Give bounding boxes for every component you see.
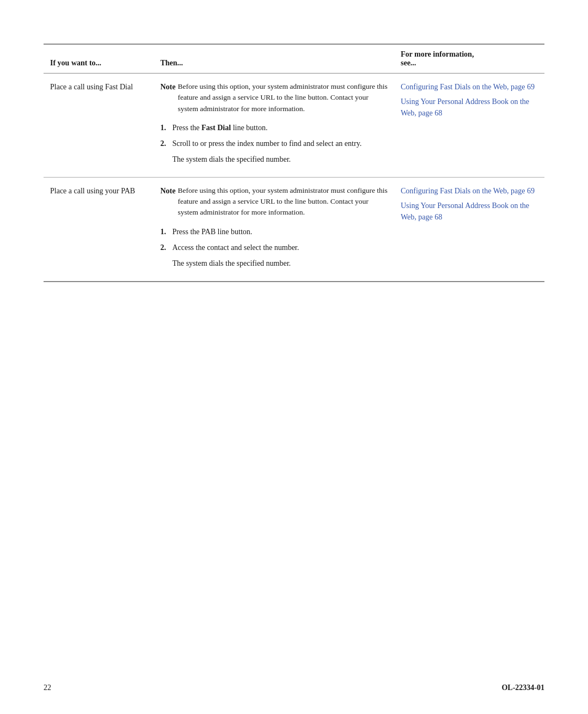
row1-step1-num: 1.	[160, 122, 172, 133]
row2-step2-text: Access the contact and select the number…	[172, 242, 388, 253]
row2-note-label: Note	[160, 185, 175, 197]
table-header-row: If you want to... Then... For more infor…	[44, 44, 544, 74]
row1-note-text: Before using this option, your system ad…	[177, 81, 388, 114]
row1-col2: Note Before using this option, your syst…	[154, 74, 394, 178]
row2-step1-num: 1.	[160, 226, 172, 237]
row2-note-text: Before using this option, your system ad…	[177, 185, 388, 218]
row1-step1-text: Press the Fast Dial line button.	[172, 122, 388, 133]
row2-step1: 1. Press the PAB line button.	[160, 226, 388, 237]
header-more-line2: see...	[401, 59, 416, 67]
row1-step1: 1. Press the Fast Dial line button.	[160, 122, 388, 133]
row2-link1[interactable]: Configuring Fast Dials on the Web, page …	[401, 185, 538, 197]
row2-step2-num: 2.	[160, 242, 172, 253]
row2-link2[interactable]: Using Your Personal Address Book on the …	[401, 200, 538, 223]
row1-step2-num: 2.	[160, 138, 172, 149]
row1-link2[interactable]: Using Your Personal Address Book on the …	[401, 96, 538, 119]
row1-note-block: Note Before using this option, your syst…	[160, 81, 388, 114]
table-row: Place a call using your PAB Note Before …	[44, 177, 544, 281]
row2-col2: Note Before using this option, your syst…	[154, 177, 394, 281]
row1-note-label: Note	[160, 81, 175, 93]
row2-step2: 2. Access the contact and select the num…	[160, 242, 388, 253]
row2-link2-anchor[interactable]: Using Your Personal Address Book on the …	[401, 202, 529, 221]
row1-link1[interactable]: Configuring Fast Dials on the Web, page …	[401, 81, 538, 93]
header-then: Then...	[154, 44, 394, 74]
row1-link2-anchor[interactable]: Using Your Personal Address Book on the …	[401, 97, 529, 117]
row1-steps: 1. Press the Fast Dial line button. 2. S…	[160, 122, 388, 149]
header-if-you-want-to: If you want to...	[44, 44, 154, 74]
header-for-more-info: For more information, see...	[394, 44, 544, 74]
row1-col1: Place a call using Fast Dial	[44, 74, 154, 178]
footer-page-number: 22	[44, 684, 51, 692]
row1-sub-note: The system dials the specified number.	[172, 154, 388, 165]
row2-col3: Configuring Fast Dials on the Web, page …	[394, 177, 544, 281]
row1-col3: Configuring Fast Dials on the Web, page …	[394, 74, 544, 178]
row2-link1-anchor[interactable]: Configuring Fast Dials on the Web, page …	[401, 187, 535, 195]
row1-step1-suffix: line button.	[231, 124, 267, 132]
page-container: If you want to... Then... For more infor…	[0, 0, 588, 326]
row2-steps: 1. Press the PAB line button. 2. Access …	[160, 226, 388, 253]
main-table: If you want to... Then... For more infor…	[44, 44, 544, 282]
row1-step1-bold: Fast Dial	[201, 124, 231, 132]
table-row: Place a call using Fast Dial Note Before…	[44, 74, 544, 178]
header-more-line1: For more information,	[401, 50, 474, 58]
row1-link1-anchor[interactable]: Configuring Fast Dials on the Web, page …	[401, 83, 535, 91]
footer-doc-number: OL-22334-01	[501, 684, 544, 692]
row2-col1: Place a call using your PAB	[44, 177, 154, 281]
row1-step2: 2. Scroll to or press the index number t…	[160, 138, 388, 149]
row2-note-block: Note Before using this option, your syst…	[160, 185, 388, 218]
row1-step2-text: Scroll to or press the index number to f…	[172, 138, 388, 149]
row2-sub-note: The system dials the specified number.	[172, 258, 388, 269]
row2-step1-text: Press the PAB line button.	[172, 226, 388, 237]
page-footer: 22 OL-22334-01	[44, 684, 544, 692]
